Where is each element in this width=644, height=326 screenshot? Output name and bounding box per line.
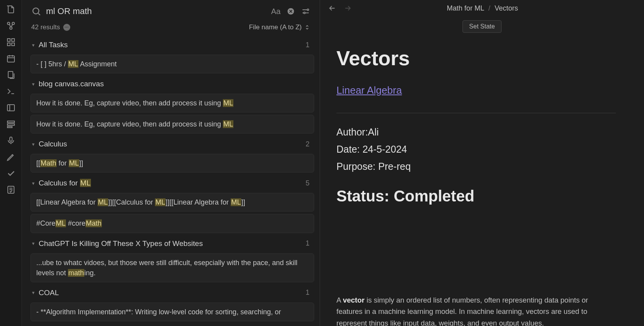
- search-meta-row: 42 results ⋯ File name (A to Z): [22, 20, 320, 37]
- file-group: ▾ChatGPT Is Killing Off These X Types of…: [27, 235, 314, 282]
- svg-point-17: [307, 9, 309, 11]
- file-match-count: 1: [306, 289, 310, 297]
- file-title: ChatGPT Is Killing Off These X Types of …: [39, 239, 306, 248]
- sort-dropdown[interactable]: File name (A to Z): [249, 23, 310, 31]
- search-match[interactable]: How it is done. Eg, capture video, then …: [30, 94, 314, 112]
- search-pane: Aa 42 results ⋯ File name (A to Z) ▾All …: [22, 0, 320, 326]
- file-new-icon[interactable]: [6, 5, 16, 14]
- breadcrumb-current: Vectors: [495, 4, 518, 12]
- purpose-line: Purpose: Pre-req: [336, 159, 616, 174]
- document-body: Vectors Linear Algebra Author:Ali Date: …: [320, 42, 644, 326]
- svg-point-15: [33, 8, 39, 14]
- search-input[interactable]: [46, 6, 267, 16]
- chevron-down-icon: ▾: [32, 81, 35, 87]
- ribbon-sidebar: [0, 0, 22, 326]
- status-heading: Status: Completed: [336, 183, 616, 208]
- search-match[interactable]: [[Linear Algebra for ML]][[Calculus for …: [30, 193, 314, 212]
- author-line: Author:Ali: [336, 124, 616, 140]
- file-match-count: 5: [306, 179, 310, 187]
- svg-point-2: [10, 27, 12, 29]
- svg-rect-6: [12, 43, 14, 46]
- mic-icon[interactable]: [6, 136, 16, 145]
- file-header[interactable]: ▾COAL1: [27, 285, 314, 301]
- file-header[interactable]: ▾ChatGPT Is Killing Off These X Types of…: [27, 235, 314, 252]
- more-dots-icon[interactable]: ⋯: [63, 24, 70, 31]
- chevron-down-icon: ▾: [32, 290, 35, 296]
- svg-rect-3: [7, 39, 10, 41]
- file-group: ▾Calculus2[[Math for ML]]: [27, 136, 314, 173]
- search-match[interactable]: - **Algorithm Implementation**: Writing …: [30, 303, 314, 321]
- file-header[interactable]: ▾Calculus for ML5: [27, 175, 314, 191]
- panel-icon[interactable]: [6, 103, 16, 112]
- search-icon: [31, 6, 41, 16]
- svg-rect-11: [7, 124, 14, 125]
- svg-rect-5: [7, 43, 10, 46]
- content-pane: Math for ML / Vectors Set State Vectors …: [320, 0, 644, 326]
- book-icon[interactable]: [6, 185, 16, 194]
- file-match-count: 2: [306, 140, 310, 148]
- search-settings-icon[interactable]: [301, 7, 310, 16]
- svg-point-18: [304, 12, 305, 14]
- page-title: Vectors: [336, 42, 616, 75]
- chevron-down-icon: ▾: [32, 42, 35, 48]
- check-icon[interactable]: [6, 169, 16, 178]
- svg-rect-13: [10, 137, 12, 141]
- body-paragraph: A vector is simply an ordered list of nu…: [336, 294, 616, 326]
- content-top-bar: Math for ML / Vectors: [320, 0, 644, 16]
- breadcrumb-sep: /: [488, 4, 490, 12]
- breadcrumb[interactable]: Math for ML / Vectors: [352, 4, 613, 12]
- files-icon[interactable]: [6, 70, 16, 80]
- edit-icon[interactable]: [6, 152, 16, 162]
- divider: [336, 113, 616, 113]
- set-state-button[interactable]: Set State: [463, 20, 502, 33]
- svg-rect-10: [7, 121, 14, 123]
- search-match[interactable]: #CoreML #coreMath: [30, 214, 314, 233]
- results-count: 42 results ⋯: [31, 23, 70, 31]
- calendar-icon[interactable]: [6, 54, 16, 63]
- date-line: Date: 24-5-2024: [336, 141, 616, 157]
- search-bar: Aa: [22, 0, 320, 20]
- file-header[interactable]: ▾All Tasks1: [27, 37, 314, 53]
- search-match[interactable]: How it is done. Eg, capture video, then …: [30, 115, 314, 134]
- svg-rect-7: [7, 56, 14, 62]
- svg-rect-4: [12, 39, 14, 41]
- linear-algebra-link[interactable]: Linear Algebra: [336, 84, 402, 96]
- svg-rect-12: [7, 126, 12, 128]
- file-title: Calculus for ML: [39, 179, 306, 187]
- chevron-down-icon: ▾: [32, 180, 35, 186]
- match-case-icon[interactable]: Aa: [271, 7, 281, 16]
- search-match[interactable]: [[Math for ML]]: [30, 154, 314, 173]
- svg-rect-9: [7, 105, 14, 111]
- chevron-down-icon: ▾: [32, 240, 35, 246]
- terminal-icon[interactable]: [6, 87, 16, 96]
- results-list: ▾All Tasks1- [ ] 5hrs / ML Assignment▾bl…: [22, 37, 320, 326]
- file-match-count: 1: [306, 41, 310, 49]
- clear-search-icon[interactable]: [287, 7, 295, 15]
- search-match[interactable]: - [ ] 5hrs / ML Assignment: [30, 55, 314, 73]
- chevron-down-icon: ▾: [32, 141, 35, 147]
- file-title: blog canvas.canvas: [39, 80, 310, 88]
- file-group: ▾Calculus for ML5[[Linear Algebra for ML…: [27, 175, 314, 233]
- nav-arrows: [328, 4, 352, 12]
- graph-icon[interactable]: [6, 21, 16, 30]
- file-group: ▾All Tasks1- [ ] 5hrs / ML Assignment: [27, 37, 314, 73]
- breadcrumb-parent: Math for ML: [447, 4, 484, 12]
- results-count-text: 42 results: [31, 23, 60, 31]
- file-group: ▾COAL1- **Algorithm Implementation**: Wr…: [27, 285, 314, 321]
- file-title: Calculus: [39, 140, 306, 148]
- sort-label: File name (A to Z): [249, 23, 302, 31]
- file-title: All Tasks: [39, 41, 306, 49]
- file-header[interactable]: ▾Calculus2: [27, 136, 314, 152]
- file-header[interactable]: ▾blog canvas.canvas: [27, 76, 314, 92]
- layout-icon[interactable]: [6, 119, 16, 129]
- nav-back-icon[interactable]: [328, 4, 336, 12]
- file-title: COAL: [39, 289, 306, 297]
- file-match-count: 1: [306, 239, 310, 248]
- search-controls: Aa: [271, 7, 310, 16]
- grid-icon[interactable]: [6, 37, 16, 47]
- file-group: ▾blog canvas.canvasHow it is done. Eg, c…: [27, 76, 314, 134]
- nav-forward-icon[interactable]: [343, 4, 352, 12]
- search-match[interactable]: ...ube to whatc vidoes, but those were s…: [30, 253, 314, 282]
- svg-rect-8: [8, 71, 13, 78]
